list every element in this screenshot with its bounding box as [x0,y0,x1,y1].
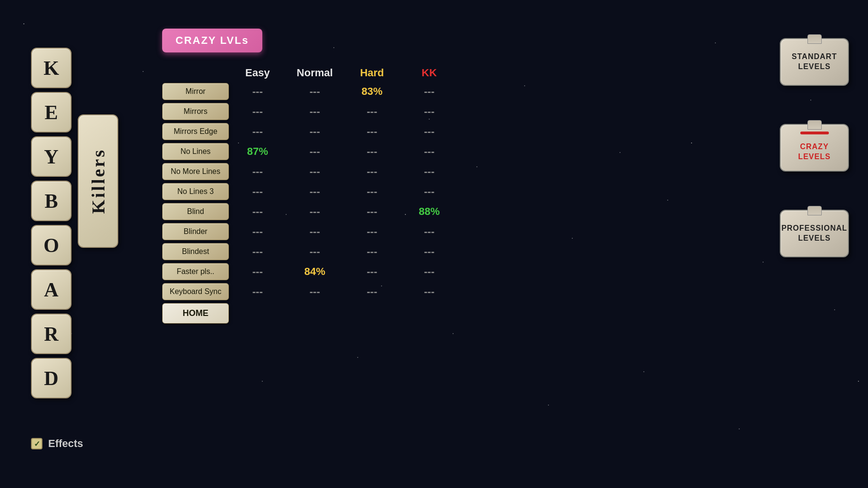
score-nolines-normal: --- [286,145,343,158]
level-mirror[interactable]: Mirror [162,83,229,100]
key-Y[interactable]: Y [31,136,72,177]
pro-notch [807,206,822,215]
main-container: K E Y B O A R D Killers CRAZY LVLs Easy … [0,0,868,488]
score-blinder-hard: --- [343,225,401,238]
main-content: CRAZY LVLs Easy Normal Hard KK Mirror --… [162,29,792,326]
key-B[interactable]: B [31,181,72,221]
col-level [162,67,229,79]
key-R[interactable]: R [31,314,72,354]
score-fasterpls-normal: 84% [286,265,343,278]
key-K[interactable]: K [31,48,72,88]
score-blinder-easy: --- [229,225,286,238]
level-no-lines[interactable]: No Lines [162,143,229,160]
table-row: Faster pls.. --- 84% --- --- [162,263,496,280]
score-blindest-normal: --- [286,245,343,258]
score-fasterpls-hard: --- [343,265,401,278]
table-row: Mirrors --- --- --- --- [162,103,496,120]
table-header: Easy Normal Hard KK [162,67,496,79]
pro-levels-label: PROFESSIONALLEVELS [781,224,847,244]
score-blindest-easy: --- [229,245,286,258]
score-mirror-easy: --- [229,85,286,98]
killers-tile[interactable]: Killers [78,114,118,248]
score-mirror-kk: --- [401,85,458,98]
score-kbsync-normal: --- [286,285,343,298]
score-blindest-hard: --- [343,245,401,258]
level-no-more-lines[interactable]: No More Lines [162,163,229,180]
level-mirrors[interactable]: Mirrors [162,103,229,120]
standart-levels-button[interactable]: STANDARTLEVELS [780,38,849,86]
score-mirrorsedge-kk: --- [401,125,458,138]
score-mirrors-hard: --- [343,105,401,118]
level-blinder[interactable]: Blinder [162,223,229,240]
score-mirrors-normal: --- [286,105,343,118]
level-no-lines-3[interactable]: No Lines 3 [162,183,229,200]
standart-levels-label: STANDARTLEVELS [792,52,837,72]
col-easy: Easy [229,67,286,79]
score-mirror-hard: 83% [343,85,401,98]
table-row: Blindest --- --- --- --- [162,243,496,260]
table-row: No Lines 87% --- --- --- [162,143,496,160]
score-fasterpls-easy: --- [229,265,286,278]
table-row: Mirror --- --- 83% --- [162,83,496,100]
score-nolines3-normal: --- [286,185,343,198]
home-button[interactable]: HOME [162,303,229,324]
crazy-bar [800,132,829,134]
score-blind-easy: --- [229,205,286,218]
score-nomorelines-normal: --- [286,165,343,178]
score-blindest-kk: --- [401,245,458,258]
score-blinder-kk: --- [401,225,458,238]
pro-levels-button[interactable]: PROFESSIONALLEVELS [780,210,849,257]
score-nomorelines-kk: --- [401,165,458,178]
level-faster-pls[interactable]: Faster pls.. [162,263,229,280]
key-D[interactable]: D [31,358,72,398]
table-row: No More Lines --- --- --- --- [162,163,496,180]
key-O[interactable]: O [31,225,72,265]
key-E[interactable]: E [31,92,72,132]
score-kbsync-hard: --- [343,285,401,298]
key-A[interactable]: A [31,269,72,310]
crazy-notch [807,120,822,130]
score-kbsync-easy: --- [229,285,286,298]
keyboard-letters: K E Y B O A R D [31,48,72,398]
score-nolines-easy: 87% [229,145,286,158]
score-mirrorsedge-hard: --- [343,125,401,138]
score-mirror-normal: --- [286,85,343,98]
standart-notch [807,34,822,44]
score-nolines3-hard: --- [343,185,401,198]
killers-label: Killers [88,148,109,214]
table-row: Blinder --- --- --- --- [162,223,496,240]
score-nolines3-easy: --- [229,185,286,198]
crazy-levels-label: CRAZYLEVELS [798,142,830,162]
score-mirrorsedge-normal: --- [286,125,343,138]
score-nomorelines-easy: --- [229,165,286,178]
score-fasterpls-kk: --- [401,265,458,278]
score-blind-hard: --- [343,205,401,218]
table-row: Blind --- --- --- 88% [162,203,496,220]
score-mirrorsedge-easy: --- [229,125,286,138]
score-blind-normal: --- [286,205,343,218]
levels-table: Easy Normal Hard KK Mirror --- --- 83% -… [162,67,496,324]
crazy-lvls-button[interactable]: CRAZY LVLs [162,29,262,52]
table-row: Keyboard Sync --- --- --- --- [162,283,496,300]
level-keyboard-sync[interactable]: Keyboard Sync [162,283,229,300]
effects-checkbox[interactable] [31,438,42,449]
level-blindest[interactable]: Blindest [162,243,229,260]
effects-label: Effects [48,437,83,450]
score-nomorelines-hard: --- [343,165,401,178]
score-mirrors-kk: --- [401,105,458,118]
table-row: No Lines 3 --- --- --- --- [162,183,496,200]
score-blind-kk: 88% [401,205,458,218]
level-blind[interactable]: Blind [162,203,229,220]
score-nolines3-kk: --- [401,185,458,198]
score-blinder-normal: --- [286,225,343,238]
col-kk: KK [401,67,458,79]
crazy-levels-button[interactable]: CRAZYLEVELS [780,124,849,172]
col-normal: Normal [286,67,343,79]
score-nolines-kk: --- [401,145,458,158]
col-hard: Hard [343,67,401,79]
score-kbsync-kk: --- [401,285,458,298]
right-buttons: STANDARTLEVELS CRAZYLEVELS PROFESSIONALL… [780,38,849,257]
level-mirrors-edge[interactable]: Mirrors Edge [162,123,229,140]
table-row: Mirrors Edge --- --- --- --- [162,123,496,140]
effects-area: Effects [31,437,83,450]
